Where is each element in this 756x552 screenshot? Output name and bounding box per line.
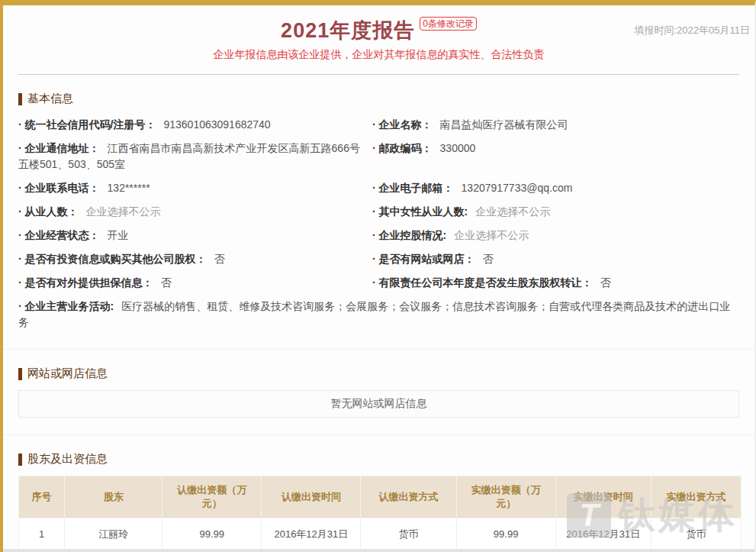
field-value: 否 bbox=[214, 253, 225, 265]
website-empty-text: 暂无网站或网店信息 bbox=[331, 397, 427, 411]
section-separator bbox=[3, 434, 754, 435]
field-email: · 企业电子邮箱：13207917733@qq.com bbox=[372, 179, 739, 198]
field-employees: · 从业人数：企业选择不公示 bbox=[18, 202, 363, 221]
field-label: · 是否有投资信息或购买其他公司股权： bbox=[18, 253, 207, 265]
field-investment-info: · 是否有投资信息或购买其他公司股权：否 bbox=[18, 250, 363, 269]
basic-info-grid: · 统一社会信用代码/注册号：913601063091682740 · 企业名称… bbox=[3, 115, 754, 332]
field-value: 13207917733@qq.com bbox=[462, 182, 573, 194]
section-title-basic-info: 基本信息 bbox=[27, 92, 73, 106]
section-separator bbox=[3, 349, 754, 350]
field-label: · 企业主营业务活动: bbox=[18, 300, 114, 312]
field-equity-transfer: · 有限责任公司本年度是否发生股东股权转让：否 bbox=[372, 273, 739, 292]
col-header-subscribed-method: 认缴出资方式 bbox=[361, 476, 456, 518]
field-label: · 是否有对外提供担保信息： bbox=[18, 276, 153, 289]
field-label: · 是否有网站或网店： bbox=[372, 253, 475, 265]
field-value: 否 bbox=[161, 276, 172, 289]
field-female-employees: · 其中女性从业人数:企业选择不公示 bbox=[372, 202, 739, 221]
annual-report-page: 填报时间:2022年05月11日 2021年度报告0条修改记录 企业年报信息由该… bbox=[0, 0, 756, 552]
field-label: · 企业联系电话： bbox=[18, 182, 100, 194]
field-value: 企业选择不公示 bbox=[454, 229, 529, 241]
cell-index: 1 bbox=[19, 518, 65, 550]
fill-time: 填报时间:2022年05月11日 bbox=[635, 24, 751, 37]
field-guarantee-info: · 是否有对外提供担保信息：否 bbox=[18, 273, 363, 292]
col-header-subscribed-amount: 认缴出资额（万元） bbox=[162, 476, 262, 518]
field-label: · 企业控股情况: bbox=[372, 229, 446, 241]
field-value: 医疗器械的销售、租赁、维修及技术咨询服务；会展服务；会议服务；信息技术咨询服务；… bbox=[18, 300, 730, 328]
field-address: · 企业通信地址：江西省南昌市南昌高新技术产业开发区高新五路666号五楼501、… bbox=[18, 139, 363, 174]
field-phone: · 企业联系电话：132****** bbox=[18, 179, 363, 198]
section-title-shareholders: 股东及出资信息 bbox=[27, 452, 108, 466]
field-value: 南昌益灿医疗器械有限公司 bbox=[440, 118, 568, 131]
shareholders-table: 序号 股东 认缴出资额（万元） 认缴出资时间 认缴出资方式 实缴出资额（万元） … bbox=[18, 476, 742, 552]
section-marker-icon bbox=[18, 93, 22, 105]
website-empty-box: 暂无网站或网店信息 bbox=[18, 390, 739, 418]
field-holding-status: · 企业控股情况:企业选择不公示 bbox=[372, 226, 739, 245]
cell-paid-date: 2016年12月31日 bbox=[555, 518, 651, 550]
cell-subscribed-amount: 99.99 bbox=[162, 518, 262, 550]
field-value: 否 bbox=[483, 253, 494, 265]
table-header-row: 序号 股东 认缴出资额（万元） 认缴出资时间 认缴出资方式 实缴出资额（万元） … bbox=[19, 476, 742, 518]
field-operating-status: · 企业经营状态：开业 bbox=[18, 226, 363, 245]
cell-paid-method: 货币 bbox=[651, 518, 741, 550]
field-main-business: · 企业主营业务活动:医疗器械的销售、租赁、维修及技术咨询服务；会展服务；会议服… bbox=[18, 297, 739, 332]
field-label: · 统一社会信用代码/注册号： bbox=[18, 118, 156, 131]
page-title: 2021年度报告 bbox=[281, 19, 415, 42]
field-value: 否 bbox=[600, 276, 611, 289]
col-header-paid-method: 实缴出资方式 bbox=[651, 476, 741, 518]
field-value: 330000 bbox=[440, 142, 476, 154]
col-header-paid-amount: 实缴出资额（万元） bbox=[456, 476, 555, 518]
title-line: 2021年度报告0条修改记录 bbox=[281, 17, 477, 44]
report-header: 填报时间:2022年05月11日 2021年度报告0条修改记录 企业年报信息由该… bbox=[3, 5, 754, 75]
table-row: 1 江丽玲 99.99 2016年12月31日 货币 99.99 2016年12… bbox=[19, 518, 742, 550]
col-header-subscribed-date: 认缴出资时间 bbox=[262, 476, 361, 518]
field-label: · 企业电子邮箱： bbox=[372, 182, 454, 194]
field-value: 913601063091682740 bbox=[163, 118, 270, 131]
field-value: 企业选择不公示 bbox=[475, 205, 550, 218]
field-label: · 有限责任公司本年度是否发生股东股权转让： bbox=[372, 276, 593, 289]
section-header-basic-info: 基本信息 bbox=[18, 92, 739, 106]
field-credit-code: · 统一社会信用代码/注册号：913601063091682740 bbox=[18, 115, 363, 134]
field-label: · 企业经营状态： bbox=[18, 229, 100, 241]
field-has-website: · 是否有网站或网店：否 bbox=[372, 250, 739, 269]
field-value: 132****** bbox=[108, 182, 150, 194]
cell-subscribed-method: 货币 bbox=[361, 518, 456, 550]
col-header-index: 序号 bbox=[19, 476, 65, 518]
cell-paid-amount: 99.99 bbox=[456, 518, 555, 550]
field-label: · 从业人数： bbox=[18, 205, 79, 218]
field-value: 开业 bbox=[108, 229, 129, 241]
report-subtitle: 企业年报信息由该企业提供，企业对其年报信息的真实性、合法性负责 bbox=[3, 48, 754, 74]
section-title-website: 网站或网店信息 bbox=[27, 366, 108, 381]
field-value: 企业选择不公示 bbox=[86, 205, 161, 218]
cell-shareholder: 江丽玲 bbox=[65, 518, 162, 550]
field-company-name: · 企业名称：南昌益灿医疗器械有限公司 bbox=[372, 115, 739, 134]
cell-subscribed-date: 2016年12月31日 bbox=[262, 518, 361, 550]
col-header-shareholder: 股东 bbox=[65, 476, 162, 518]
field-postcode: · 邮政编码：330000 bbox=[372, 139, 739, 174]
field-label: · 企业名称： bbox=[372, 118, 433, 131]
field-label: · 其中女性从业人数: bbox=[372, 205, 468, 218]
header-divider bbox=[18, 74, 739, 75]
section-header-website: 网站或网店信息 bbox=[18, 366, 739, 381]
edit-records-badge[interactable]: 0条修改记录 bbox=[420, 17, 477, 31]
section-header-shareholders: 股东及出资信息 bbox=[18, 452, 739, 466]
field-label: · 邮政编码： bbox=[372, 142, 433, 154]
section-marker-icon bbox=[18, 368, 22, 380]
col-header-paid-date: 实缴出资时间 bbox=[555, 476, 651, 518]
field-label: · 企业通信地址： bbox=[18, 142, 100, 154]
section-marker-icon bbox=[18, 454, 22, 466]
window-bottom-edge bbox=[3, 549, 754, 552]
